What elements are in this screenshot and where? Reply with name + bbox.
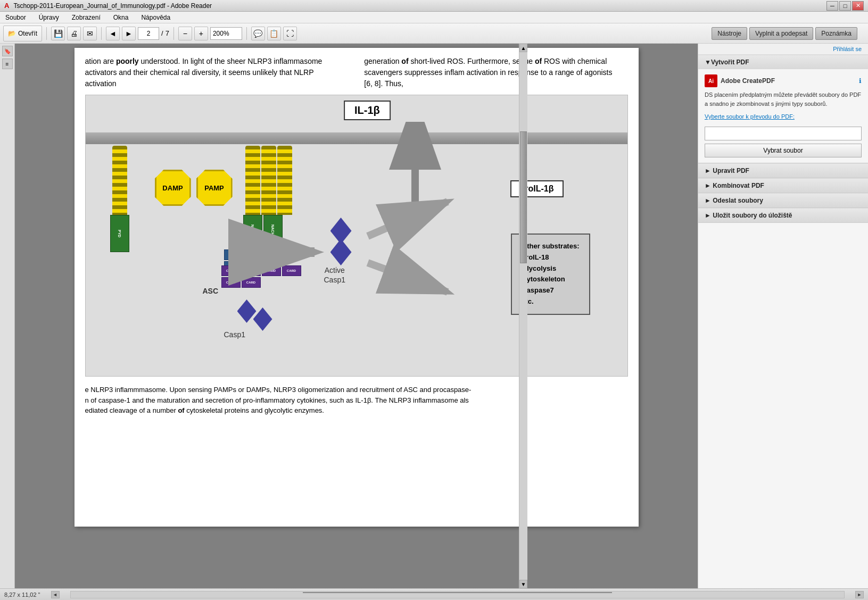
pdf-col-left: ation are poorly understood. In light of…	[85, 56, 343, 89]
save-button[interactable]: 💾	[51, 27, 65, 40]
pdf-scrollbar[interactable]: ▲ ▼	[519, 44, 527, 588]
scroll-up-btn[interactable]: ▲	[519, 44, 527, 52]
nlrp3-green-rect-left: PYD	[110, 215, 129, 252]
nlrp3-coil-left	[112, 146, 127, 215]
menu-napoveda[interactable]: Nápověda	[138, 13, 173, 22]
fullscreen-btn[interactable]: ⛶	[283, 27, 297, 40]
create-pdf-header[interactable]: ▼ Vytvořit PDF	[698, 55, 868, 69]
layers-icon[interactable]: ≡	[2, 59, 13, 69]
card-5: CARD	[221, 277, 241, 288]
arrow-up-il1b	[383, 122, 490, 218]
window-title: Tschopp-2011-European_Journal_of_Immunol…	[13, 2, 826, 10]
create-pdf-section: ▼ Vytvořit PDF Ai Adobe CreatePDF ℹ DS p…	[698, 55, 868, 163]
adobe-info-icon[interactable]: ℹ	[859, 76, 862, 86]
print-button[interactable]: 🖨	[67, 27, 81, 40]
send-files-header[interactable]: ► Odeslat soubory	[698, 193, 868, 207]
bookmark-icon[interactable]: 🔖	[2, 46, 13, 56]
window-controls: ─ □ ✕	[826, 1, 864, 11]
substrate-item-2: Cytoskeleton	[522, 274, 579, 285]
card-2: CARD	[242, 265, 261, 276]
edit-pdf-label: ► Upravit PDF	[705, 167, 749, 174]
create-pdf-content: Ai Adobe CreatePDF ℹ DS placením předpla…	[698, 69, 868, 163]
scroll-thumb[interactable]	[520, 131, 527, 263]
separator-2	[101, 27, 102, 40]
substrates-title: Other substrates:	[522, 241, 579, 252]
open-button[interactable]: 📂 Otevřít	[3, 26, 42, 41]
menu-upravy[interactable]: Úpravy	[36, 13, 62, 22]
zoom-in-button[interactable]: +	[194, 27, 208, 40]
card-3: CARD	[262, 265, 281, 276]
login-link[interactable]: Přihlásit se	[698, 44, 868, 55]
damp-hexagon: DAMP	[155, 170, 191, 206]
adobe-icon: Ai	[705, 74, 717, 87]
right-panel: Přihlásit se ▼ Vytvořit PDF Ai Adobe Cre…	[698, 44, 868, 588]
h-scrollbar-thumb[interactable]	[303, 592, 612, 593]
zoom-out-button[interactable]: −	[178, 27, 192, 40]
save-cloud-section: ► Uložit soubory do úložiště	[698, 208, 868, 223]
right-text: generation of short-lived ROS. Furthermo…	[364, 57, 612, 88]
substrate-item-3: Caspase7	[522, 285, 579, 296]
nlrp3-coil-right-1	[245, 146, 260, 215]
close-button[interactable]: ✕	[852, 1, 864, 11]
left-text: ation are poorly understood. In light of…	[85, 57, 323, 88]
select-file-button[interactable]: Vybrat soubor	[705, 144, 862, 157]
nlrp3-coil-right-2	[261, 146, 276, 215]
adobe-logo: Ai Adobe CreatePDF ℹ	[705, 74, 862, 87]
status-scroll-left[interactable]: ◄	[51, 591, 60, 598]
separator-1	[46, 27, 47, 40]
maximize-button[interactable]: □	[839, 1, 851, 11]
figure-gray-bar	[86, 132, 627, 144]
card-cluster: CARD CARD CARD CARD CARD CARD	[221, 265, 317, 288]
minimize-button[interactable]: ─	[826, 1, 838, 11]
combine-pdf-label: ► Kombinovat PDF	[705, 182, 764, 189]
zoom-input[interactable]: 200%	[210, 27, 242, 40]
pyd-1: PYD	[224, 249, 241, 260]
nav-back-button[interactable]: ◄	[106, 27, 120, 40]
combine-pdf-header[interactable]: ► Kombinovat PDF	[698, 178, 868, 193]
adobe-description: DS placením předplatným můžete převádět …	[705, 90, 862, 108]
file-path-input[interactable]	[705, 127, 862, 140]
pyd-4: PYD	[278, 249, 295, 260]
menu-soubor[interactable]: Soubor	[2, 13, 29, 22]
page-number-input[interactable]: 2	[138, 27, 159, 40]
nastroje-button[interactable]: Nástroje	[712, 27, 747, 40]
asc-label: ASC	[203, 287, 219, 295]
pdf-viewer: ation are poorly understood. In light of…	[15, 44, 698, 588]
toolbar: 📂 Otevřít 💾 🖨 ✉ ◄ ► 2 / 7 − + 200% 💬 📋 ⛶…	[0, 23, 868, 44]
h-scrollbar[interactable]	[70, 591, 845, 598]
page-dimensions: 8,27 x 11,02 "	[4, 591, 40, 598]
adobe-create-label: Adobe CreatePDF	[721, 76, 775, 86]
figure-container: IL-1β proIL-1β	[85, 95, 628, 377]
save-cloud-header[interactable]: ► Uložit soubory do úložiště	[698, 208, 868, 222]
tools-btn-1[interactable]: 💬	[251, 27, 265, 40]
card-6: CARD	[242, 277, 261, 288]
separator-3	[173, 27, 174, 40]
card-1: CARD	[221, 265, 241, 276]
save-cloud-label: ► Uložit soubory do úložiště	[705, 212, 792, 219]
nav-forward-button[interactable]: ►	[122, 27, 136, 40]
pdf-page: ation are poorly understood. In light of…	[75, 48, 639, 527]
menu-okna[interactable]: Okna	[110, 13, 132, 22]
app-icon: A	[4, 2, 9, 10]
menu-bar: Soubor Úpravy Zobrazení Okna Nápověda	[0, 12, 868, 23]
create-pdf-arrow: ▼	[705, 59, 711, 66]
nlrp3-coil-right-3	[277, 146, 292, 215]
pyd-3: PYD	[260, 249, 277, 260]
il1b-box: IL-1β	[344, 101, 391, 120]
send-files-section: ► Odeslat soubory	[698, 193, 868, 208]
casp1-label: Casp1	[224, 330, 245, 339]
active-casp1-diamond-2	[330, 239, 352, 265]
card-4: CARD	[282, 265, 301, 276]
folder-icon: 📂	[8, 30, 16, 37]
menu-zobrazeni[interactable]: Zobrazení	[69, 13, 104, 22]
status-scroll-right[interactable]: ►	[855, 591, 864, 598]
comment-button[interactable]: Poznámka	[815, 27, 857, 40]
scroll-down-btn[interactable]: ▼	[519, 580, 527, 588]
edit-pdf-header[interactable]: ► Upravit PDF	[698, 163, 868, 178]
casp1-diamond-2	[253, 307, 272, 331]
fill-sign-button[interactable]: Vyplnit a podepsat	[749, 27, 813, 40]
title-bar: A Tschopp-2011-European_Journal_of_Immun…	[0, 0, 868, 12]
email-button[interactable]: ✉	[83, 27, 97, 40]
substrate-item-0: proIL-18	[522, 252, 579, 263]
tools-btn-2[interactable]: 📋	[267, 27, 281, 40]
